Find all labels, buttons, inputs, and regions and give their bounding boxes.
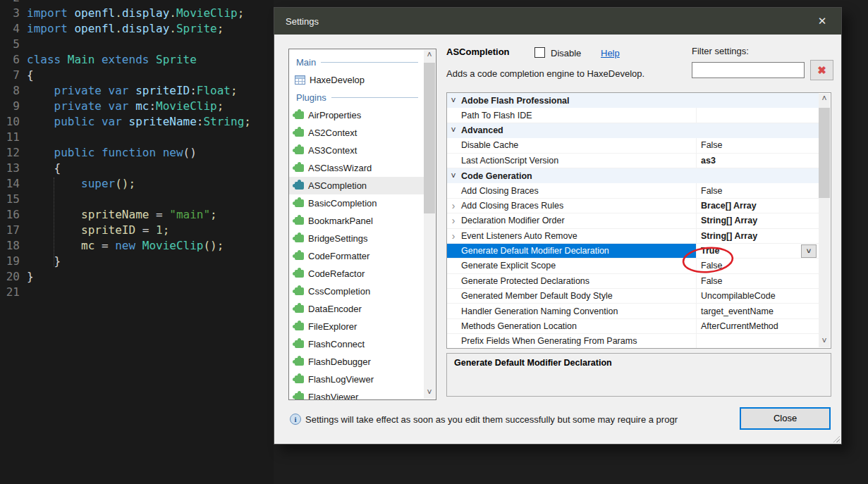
code-token: ; xyxy=(217,22,224,35)
plugin-item-label: BookmarkPanel xyxy=(308,216,373,226)
plugin-list-item[interactable]: BookmarkPanel xyxy=(289,212,424,230)
settings-row[interactable]: ›Declaration Modifier OrderString[] Arra… xyxy=(447,213,819,228)
settings-row[interactable]: Generated Member Default Body StyleUncom… xyxy=(447,289,819,304)
plugin-list-item[interactable]: AS3Context xyxy=(289,142,424,159)
setting-value[interactable]: target_eventName xyxy=(696,304,819,318)
code-line: 8 private var spriteID:Float; xyxy=(0,83,274,99)
code-token: MovieClip xyxy=(142,239,204,252)
settings-row[interactable]: Generate Default Modifier DeclarationTru… xyxy=(447,244,819,259)
disable-label[interactable]: Disable xyxy=(551,48,581,58)
plugin-list-scrollbar[interactable]: ˄ ˅ xyxy=(424,50,435,399)
collapse-chevron-icon[interactable]: ˅ xyxy=(447,96,460,106)
code-line: 16 spriteName = "main"; xyxy=(0,207,274,223)
collapse-chevron-icon[interactable]: ˅ xyxy=(447,171,460,181)
code-token: (); xyxy=(115,177,135,190)
code-line: 9 private var mc:MovieClip; xyxy=(0,99,274,114)
code-token: private var xyxy=(54,84,136,97)
setting-value[interactable]: False xyxy=(696,274,819,288)
plugin-item-label: ASClassWizard xyxy=(308,163,372,173)
settings-row[interactable]: ›Event Listeners Auto RemoveString[] Arr… xyxy=(447,229,819,244)
code-token: ; xyxy=(231,84,238,97)
code-line: 11 xyxy=(0,130,274,145)
plugin-list-item[interactable]: HaxeDevelop xyxy=(289,70,424,89)
plugin-list-item[interactable]: AS2Context xyxy=(289,124,424,142)
setting-label: Event Listeners Auto Remove xyxy=(460,231,696,241)
settings-row[interactable]: Methods Generation LocationAfterCurrentM… xyxy=(447,319,819,334)
settings-category-row[interactable]: ˅Adobe Flash Professional xyxy=(447,93,819,108)
dropdown-chevron-icon[interactable]: ˅ xyxy=(801,244,817,258)
plugin-list-item[interactable]: FlashDebugger xyxy=(289,353,424,371)
settings-row[interactable]: Disable CacheFalse xyxy=(447,138,819,153)
plugin-list-item[interactable]: FlashViewer xyxy=(289,388,424,400)
code-line: 4import openfl.display.Sprite; xyxy=(0,21,274,37)
expand-chevron-icon[interactable]: › xyxy=(447,200,460,211)
resize-grip[interactable] xyxy=(832,435,840,442)
scroll-up-icon[interactable]: ˄ xyxy=(819,94,830,105)
settings-row[interactable]: Prefix Fields When Generating From Param… xyxy=(447,334,819,349)
plugin-list-item[interactable]: CodeRefactor xyxy=(289,265,424,283)
code-token: private var xyxy=(54,99,136,113)
line-number: 5 xyxy=(0,37,20,52)
plugin-list-item[interactable]: DataEncoder xyxy=(289,300,424,318)
setting-value[interactable]: False xyxy=(696,138,819,152)
expand-chevron-icon[interactable]: › xyxy=(447,230,460,242)
settings-row[interactable]: Generate Protected DeclarationsFalse xyxy=(447,274,819,289)
plugin-list-item[interactable]: BasicCompletion xyxy=(289,194,424,212)
clear-filter-button[interactable]: ✖ xyxy=(810,60,833,80)
scrollbar-thumb[interactable] xyxy=(424,63,435,213)
puzzle-icon xyxy=(295,393,304,400)
setting-value[interactable]: Brace[] Array xyxy=(696,199,819,213)
line-number: 16 xyxy=(0,207,20,223)
expand-chevron-icon[interactable]: › xyxy=(447,215,460,226)
plugin-list-item[interactable]: FlashLogViewer xyxy=(289,371,424,388)
setting-value[interactable]: String[] Array xyxy=(696,213,819,228)
plugin-name-heading: ASCompletion xyxy=(446,46,510,57)
code-token xyxy=(27,146,54,159)
settings-row[interactable]: Path To Flash IDE xyxy=(447,108,819,123)
setting-value[interactable]: as3 xyxy=(696,154,819,168)
settings-category-row[interactable]: ˅Advanced xyxy=(447,123,819,138)
scroll-down-icon[interactable]: ˅ xyxy=(819,336,830,347)
plugin-list-item[interactable]: FlashConnect xyxy=(289,335,424,353)
setting-value[interactable]: AfterCurrentMethod xyxy=(696,319,819,333)
code-token: mc xyxy=(135,99,149,113)
setting-value[interactable]: True˅ xyxy=(696,244,819,258)
scroll-down-icon[interactable]: ˅ xyxy=(424,387,435,399)
code-editor[interactable]: 23import openfl.display.MovieClip;4impor… xyxy=(0,0,274,484)
plugin-list-item[interactable]: AirProperties xyxy=(289,106,424,124)
setting-value[interactable]: UncompilableCode xyxy=(696,289,819,303)
code-token: new xyxy=(163,146,183,159)
grid-scrollbar[interactable]: ˄ ˅ xyxy=(819,94,830,347)
scrollbar-thumb[interactable] xyxy=(819,108,830,198)
settings-row[interactable]: ›Add Closing Braces RulesBrace[] Array xyxy=(447,199,819,213)
line-number: 9 xyxy=(0,99,20,114)
plugin-list-item[interactable]: ASCompletion xyxy=(289,177,424,194)
settings-row[interactable]: Last ActionScript Versionas3 xyxy=(447,154,819,168)
puzzle-icon xyxy=(295,217,304,225)
plugin-list-item[interactable]: BridgeSettings xyxy=(289,230,424,247)
settings-category-row[interactable]: ˅Code Generation xyxy=(447,168,819,183)
scroll-up-icon[interactable]: ˄ xyxy=(424,50,435,61)
filter-input[interactable] xyxy=(692,62,805,78)
code-line: 3import openfl.display.MovieClip; xyxy=(0,6,274,21)
plugin-list-item[interactable]: CodeFormatter xyxy=(289,247,424,265)
help-link[interactable]: Help xyxy=(601,48,620,58)
setting-value[interactable]: False xyxy=(696,183,819,197)
code-token: . xyxy=(115,6,122,20)
plugin-list-item[interactable]: FileExplorer xyxy=(289,318,424,335)
plugin-list-item[interactable]: ASClassWizard xyxy=(289,159,424,177)
setting-value[interactable] xyxy=(696,108,819,122)
settings-row[interactable]: Handler Generation Naming Conventiontarg… xyxy=(447,304,819,318)
close-icon[interactable]: ✕ xyxy=(813,13,831,30)
settings-row[interactable]: Add Closing BracesFalse xyxy=(447,183,819,198)
settings-row[interactable]: Generate Explicit ScopeFalse xyxy=(447,259,819,273)
plugin-list-item[interactable]: CssCompletion xyxy=(289,283,424,300)
plugin-group-header: Main xyxy=(289,54,424,70)
close-button[interactable]: Close xyxy=(740,407,831,430)
dialog-titlebar[interactable]: Settings ✕ xyxy=(274,8,841,35)
setting-value[interactable]: False xyxy=(696,259,819,273)
disable-checkbox[interactable] xyxy=(534,47,545,58)
setting-value[interactable] xyxy=(696,334,819,348)
setting-value[interactable]: String[] Array xyxy=(696,229,819,243)
collapse-chevron-icon[interactable]: ˅ xyxy=(447,125,460,135)
